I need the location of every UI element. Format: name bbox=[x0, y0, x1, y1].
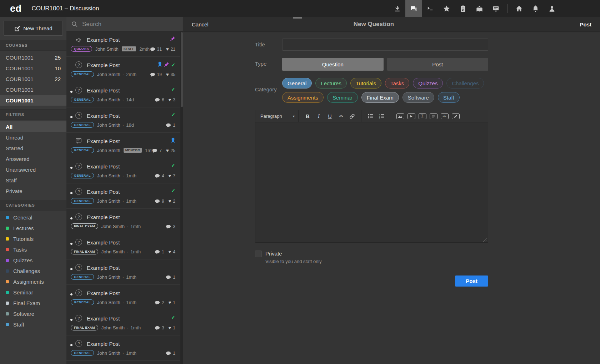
messages-icon[interactable] bbox=[488, 0, 504, 17]
sidebar-item-course[interactable]: COUR1001 25 bbox=[0, 52, 66, 63]
inline-code-button[interactable]: <> bbox=[335, 110, 346, 122]
sidebar-item-category[interactable]: Seminar bbox=[0, 287, 66, 298]
insert-document-button[interactable] bbox=[428, 110, 439, 122]
thread-list-item[interactable]: ? Example Post ✓ GENERAL John Smith bbox=[66, 57, 180, 82]
sidebar-item-category[interactable]: Tutorials bbox=[0, 233, 66, 244]
home-icon[interactable] bbox=[511, 0, 527, 17]
thread-counts: 4 ♥ 7 bbox=[155, 173, 175, 178]
thread-list-item[interactable]: ? Example Post ✓ QUIZZES John Smith bbox=[66, 31, 180, 57]
category-badge: FINAL EXAM bbox=[71, 325, 98, 330]
clipboard-icon[interactable] bbox=[455, 0, 471, 17]
category-chip[interactable]: Final Exam bbox=[361, 92, 399, 103]
new-thread-button[interactable]: New Thread bbox=[4, 21, 63, 36]
sidebar-item-filter[interactable]: Staff bbox=[0, 175, 66, 186]
unread-dot bbox=[70, 293, 72, 295]
sidebar-item-category[interactable]: General bbox=[0, 212, 66, 223]
sidebar-item-filter[interactable]: All bbox=[0, 121, 66, 132]
category-chip[interactable]: Software bbox=[402, 92, 434, 103]
sidebar-item-filter[interactable]: Answered bbox=[0, 153, 66, 164]
category-chip[interactable]: Assignments bbox=[282, 92, 324, 103]
thread-list-item[interactable]: ? Example Post ✓ GENERAL John Smith bbox=[66, 107, 180, 133]
meta-separator: · bbox=[122, 274, 124, 280]
insert-math-button[interactable]: Σ bbox=[417, 110, 428, 122]
insert-image-button[interactable] bbox=[395, 110, 406, 122]
thread-list-item[interactable]: ? Example Post ✓ GENERAL John Smith bbox=[66, 285, 180, 310]
annotate-button[interactable] bbox=[450, 110, 461, 122]
numbered-list-icon: 123 bbox=[379, 113, 385, 119]
paragraph-style-value: Paragraph bbox=[260, 113, 282, 119]
thread-title: Example Post bbox=[87, 62, 120, 68]
account-icon[interactable] bbox=[544, 0, 560, 17]
category-chips: GeneralLecturesTutorialsTasksQuizzesChal… bbox=[282, 78, 496, 103]
sidebar-item-course[interactable]: COUR1001 22 bbox=[0, 74, 66, 84]
insert-video-button[interactable]: ▶ bbox=[406, 110, 417, 122]
link-button[interactable] bbox=[346, 110, 358, 122]
private-checkbox[interactable] bbox=[255, 251, 262, 257]
thread-list-item[interactable]: ? Example Post ✓ FINAL EXAM John Smi bbox=[66, 209, 180, 234]
sidebar-item-category[interactable]: Tasks bbox=[0, 244, 66, 255]
ed-logo[interactable]: ed bbox=[10, 3, 22, 14]
numbered-list-button[interactable]: 123 bbox=[376, 110, 387, 122]
category-chip[interactable]: Tasks bbox=[385, 78, 409, 89]
post-submit-button[interactable]: Post bbox=[455, 275, 488, 287]
sidebar-item-category[interactable]: Assignments bbox=[0, 276, 66, 287]
sidebar-item-category[interactable]: Software bbox=[0, 308, 66, 319]
private-hint: Visible to you and staff only bbox=[265, 259, 322, 264]
cancel-button[interactable]: Cancel bbox=[192, 21, 209, 27]
sidebar-item-filter[interactable]: Private bbox=[0, 186, 66, 196]
sidebar-item-course[interactable]: COUR1001 bbox=[0, 95, 66, 106]
sidebar-item-category[interactable]: Lectures bbox=[0, 223, 66, 233]
notifications-icon[interactable] bbox=[527, 0, 544, 17]
sidebar-item-category[interactable]: Challenges bbox=[0, 266, 66, 276]
category-chip[interactable]: Seminar bbox=[327, 92, 358, 103]
type-option-button[interactable]: Question bbox=[282, 58, 384, 71]
category-chip[interactable]: Challenges bbox=[446, 78, 484, 89]
category-chip[interactable]: Lectures bbox=[315, 78, 347, 89]
thread-list-item[interactable]: ? Example Post ✓ GENERAL John Smith bbox=[66, 158, 180, 183]
thread-list-item[interactable]: ? Example Post ✓ GENERAL John Smith bbox=[66, 335, 180, 361]
sidebar-item-filter[interactable]: Unread bbox=[0, 132, 66, 143]
code-block-button[interactable]: </> bbox=[439, 110, 450, 122]
sidebar-item-category[interactable]: Final Exam bbox=[0, 298, 66, 308]
thread-list-item[interactable]: ? Example Post ✓ FINAL EXAM John Smi bbox=[66, 310, 180, 335]
title-input[interactable] bbox=[282, 39, 488, 51]
download-icon[interactable] bbox=[389, 0, 405, 17]
thread-list-item[interactable]: ? Example Post ✓ GENERAL John Smith bbox=[66, 133, 180, 158]
heart-icon: ♥ bbox=[169, 300, 171, 305]
bullet-list-button[interactable] bbox=[365, 110, 376, 122]
search-input[interactable] bbox=[81, 20, 179, 28]
sidebar-item-filter[interactable]: Unanswered bbox=[0, 164, 66, 175]
type-option-button[interactable]: Post bbox=[387, 58, 489, 71]
category-chip[interactable]: Tutorials bbox=[350, 78, 381, 89]
italic-button[interactable]: I bbox=[313, 110, 324, 122]
resize-handle[interactable] bbox=[483, 237, 487, 242]
sidebar-item-filter[interactable]: Starred bbox=[0, 143, 66, 153]
sidebar-item-category[interactable]: Staff bbox=[0, 319, 66, 330]
sidebar-item-course[interactable]: COUR1001 10 bbox=[0, 63, 66, 74]
post-action-button[interactable]: Post bbox=[580, 21, 591, 27]
category-chip[interactable]: General bbox=[282, 78, 312, 89]
search-bar bbox=[66, 17, 183, 31]
underline-button[interactable]: U bbox=[324, 110, 335, 122]
comment-count: 6 bbox=[162, 97, 164, 102]
discussion-icon[interactable] bbox=[405, 0, 422, 17]
editor-body[interactable] bbox=[255, 122, 488, 242]
thread-list-item[interactable]: ? Example Post ✓ GENERAL John Smith bbox=[66, 82, 180, 107]
bold-button[interactable]: B bbox=[302, 110, 313, 122]
sidebar-item-category[interactable]: Quizzes bbox=[0, 255, 66, 266]
sidebar-item-course[interactable]: COUR1001 bbox=[0, 84, 66, 95]
category-chip[interactable]: Quizzes bbox=[413, 78, 443, 89]
resources-icon[interactable] bbox=[471, 0, 488, 17]
thread-list-item[interactable]: ? Example Post ✓ FINAL EXAM John Smi bbox=[66, 234, 180, 259]
paragraph-style-dropdown[interactable]: Paragraph ▾ bbox=[260, 113, 295, 119]
thread-list-item[interactable]: ? Example Post ✓ GENERAL John Smith bbox=[66, 259, 180, 285]
thread-author: John Smith bbox=[97, 97, 120, 102]
star-icon[interactable] bbox=[438, 0, 455, 17]
thread-list-item[interactable]: ? Example Post ✓ GENERAL John Smith bbox=[66, 183, 180, 209]
category-chip[interactable]: Staff bbox=[438, 92, 460, 103]
comment-count: 3 bbox=[162, 325, 164, 330]
terminal-icon[interactable] bbox=[422, 0, 438, 17]
thread-list-scrollbar-thumb[interactable] bbox=[181, 32, 183, 107]
panel-scrollbar-thumb[interactable] bbox=[293, 17, 302, 19]
unread-dot bbox=[70, 167, 72, 169]
